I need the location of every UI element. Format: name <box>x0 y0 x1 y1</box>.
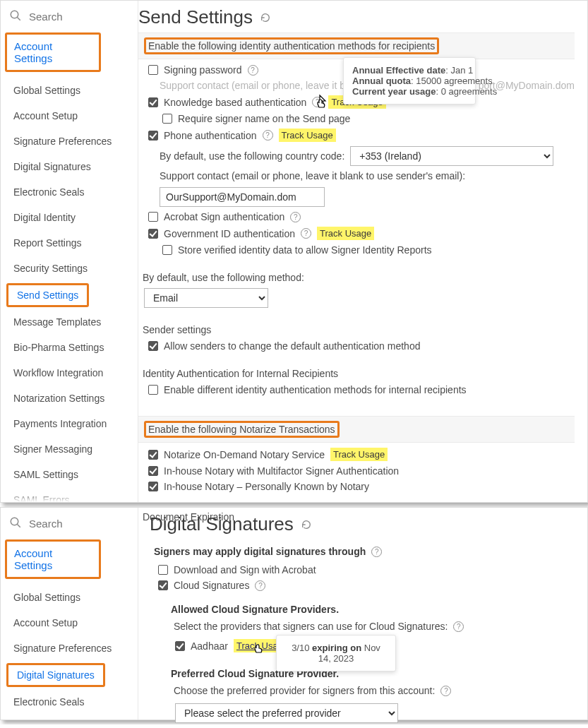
sidebar-item-label: Digital Signatures <box>17 669 95 681</box>
help-icon[interactable]: ? <box>301 228 311 239</box>
sidebar-item-signer-messaging[interactable]: Signer Messaging <box>1 436 138 462</box>
checkbox-aadhaar[interactable] <box>175 641 185 651</box>
acrobat-auth-label: Acrobat Sign authentication <box>164 211 284 222</box>
track-usage-link[interactable]: Track Usage <box>317 227 374 240</box>
support-contact-input[interactable] <box>160 187 325 207</box>
allow-senders-label: Allow senders to change the default auth… <box>164 340 420 352</box>
sidebar-item-electronic-seals[interactable]: Electronic Seals <box>1 179 138 205</box>
sidebar-item-report-settings[interactable]: Report Settings <box>1 230 138 256</box>
nav-section-account-settings[interactable]: Account Settings <box>7 542 99 577</box>
content-area: Send Settings Enable the following ident… <box>138 1 587 502</box>
pointer-cursor-icon <box>313 93 330 109</box>
help-icon[interactable]: ? <box>255 580 265 591</box>
help-icon[interactable]: ? <box>248 65 258 76</box>
section-banner: Enable the following Notarize Transactio… <box>138 416 575 443</box>
help-icon[interactable]: ? <box>453 621 464 632</box>
allowed-providers-desc: Select the providers that signers can us… <box>174 621 448 632</box>
sidebar: Account Settings Global SettingsAccount … <box>1 508 138 720</box>
checkbox-acrobat-auth[interactable] <box>148 212 158 222</box>
apply-through-heading: Signers may apply digital signatures thr… <box>154 546 366 557</box>
sidebar-item-electronic-seals[interactable]: Electronic Seals <box>1 689 138 715</box>
search-input[interactable] <box>28 10 129 23</box>
expiry-tooltip: 3/10 expiring on Nov 14, 2023 <box>276 635 396 672</box>
store-identity-label: Store verified identity data to allow Si… <box>178 244 432 256</box>
track-usage-link[interactable]: Track Usage <box>279 129 336 142</box>
section-banner: Enable the following identity authentica… <box>138 32 575 59</box>
sidebar-item-account-setup[interactable]: Account Setup <box>1 610 138 635</box>
notarize-mfa-label: In-house Notary with Multifactor Signer … <box>164 465 399 477</box>
track-usage-link[interactable]: Track Usage <box>330 448 388 461</box>
signing-password-label: Signing password <box>164 64 242 76</box>
checkbox-cloud-sig[interactable] <box>158 580 168 590</box>
help-icon[interactable]: ? <box>440 686 451 696</box>
sidebar-item-workflow-integration[interactable]: Workflow Integration <box>1 360 138 386</box>
digital-signatures-panel: Account Settings Global SettingsAccount … <box>0 507 588 720</box>
cloud-sig-label: Cloud Signatures <box>174 580 249 591</box>
sidebar-item-account-setup[interactable]: Account Setup <box>1 103 138 129</box>
preferred-provider-desc: Choose the preferred provider for signer… <box>174 685 435 696</box>
checkbox-kba[interactable] <box>148 97 158 107</box>
search-box[interactable] <box>1 511 138 537</box>
notarize-heading: Enable the following Notarize Transactio… <box>148 424 335 435</box>
checkbox-allow-senders[interactable] <box>148 341 158 351</box>
page-title: Digital Signatures <box>150 513 575 535</box>
sidebar-item-signature-preferences[interactable]: Signature Preferences <box>1 635 138 661</box>
sidebar-item-digital-signatures[interactable]: Digital Signatures <box>6 663 105 687</box>
page-title: Send Settings <box>138 6 575 28</box>
checkbox-notarize-mfa[interactable] <box>148 466 158 476</box>
help-icon[interactable]: ? <box>290 212 301 222</box>
search-input[interactable] <box>28 517 129 530</box>
refresh-icon[interactable] <box>260 6 271 28</box>
nav-section-label: Account Settings <box>14 547 92 571</box>
nav-section-account-settings[interactable]: Account Settings <box>7 35 99 70</box>
sidebar-item-global-settings[interactable]: Global Settings <box>1 585 138 610</box>
nav-section-label: Account Settings <box>14 40 92 64</box>
internal-enable-label: Enable different identity authentication… <box>164 384 467 395</box>
support-contact-label: Support contact (email or phone, leave i… <box>160 170 465 181</box>
sidebar-item-bio-pharma-settings[interactable]: Bio-Pharma Settings <box>1 335 138 360</box>
auth-methods-heading: Enable the following identity authentica… <box>148 40 435 52</box>
checkbox-phone-auth[interactable] <box>148 131 158 141</box>
sidebar-item-signature-preferences[interactable]: Signature Preferences <box>1 129 138 154</box>
content-area: Digital Signatures Signers may apply dig… <box>138 508 587 720</box>
help-icon[interactable]: ? <box>371 547 382 557</box>
checkbox-download-sign[interactable] <box>158 565 168 575</box>
checkbox-notarize-ondemand[interactable] <box>148 450 158 460</box>
pointer-cursor-icon <box>250 638 267 655</box>
allowed-providers-heading: Allowed Cloud Signature Providers. <box>171 604 339 615</box>
sidebar-item-saml-errors[interactable]: SAML Errors <box>1 487 138 502</box>
sidebar-item-security-settings[interactable]: Security Settings <box>1 256 138 281</box>
help-icon[interactable]: ? <box>263 130 273 141</box>
checkbox-gov-id[interactable] <box>148 229 158 239</box>
sidebar-item-payments-integration[interactable]: Payments Integration <box>1 411 138 436</box>
sidebar-item-saml-settings[interactable]: SAML Settings <box>1 462 138 487</box>
default-country-label: By default, use the following country co… <box>160 150 344 162</box>
svg-point-0 <box>11 11 18 18</box>
checkbox-signing-password[interactable] <box>148 65 158 75</box>
svg-line-3 <box>17 524 20 527</box>
gov-id-label: Government ID authentication <box>164 228 295 239</box>
default-method-select[interactable]: Email <box>144 288 268 308</box>
sidebar-item-message-templates[interactable]: Message Templates <box>1 309 138 335</box>
preferred-provider-select[interactable]: Please select the preferred provider <box>175 703 398 723</box>
checkbox-notarize-known[interactable] <box>148 482 158 491</box>
sidebar-item-digital-identity[interactable]: Digital Identity <box>1 205 138 230</box>
sidebar-item-send-settings[interactable]: Send Settings <box>6 283 89 307</box>
checkbox-require-signer-name[interactable] <box>162 114 172 124</box>
checkbox-store-identity[interactable] <box>162 245 172 255</box>
sidebar-item-digital-signatures[interactable]: Digital Signatures <box>1 154 138 179</box>
phone-auth-label: Phone authentication <box>164 130 257 141</box>
sidebar-item-global-settings[interactable]: Global Settings <box>1 78 138 103</box>
aadhaar-label: Aadhaar <box>191 640 228 652</box>
notarize-known-label: In-house Notary – Personally Known by No… <box>164 481 369 492</box>
checkbox-internal-enable[interactable] <box>148 385 158 395</box>
refresh-icon[interactable] <box>301 513 312 535</box>
sidebar-item-digital-identity[interactable]: Digital Identity <box>1 715 138 720</box>
search-box[interactable] <box>1 4 138 30</box>
country-code-select[interactable]: +353 (Ireland) <box>350 146 553 166</box>
send-settings-panel: Account Settings Global SettingsAccount … <box>0 0 588 503</box>
sidebar-item-notarization-settings[interactable]: Notarization Settings <box>1 386 138 411</box>
usage-tooltip: Annual Effective date: Jan 1 Annual quot… <box>343 57 476 105</box>
download-sign-label: Download and Sign with Acrobat <box>174 564 316 575</box>
notarize-ondemand-label: Notarize On-Demand Notary Service <box>164 449 325 460</box>
